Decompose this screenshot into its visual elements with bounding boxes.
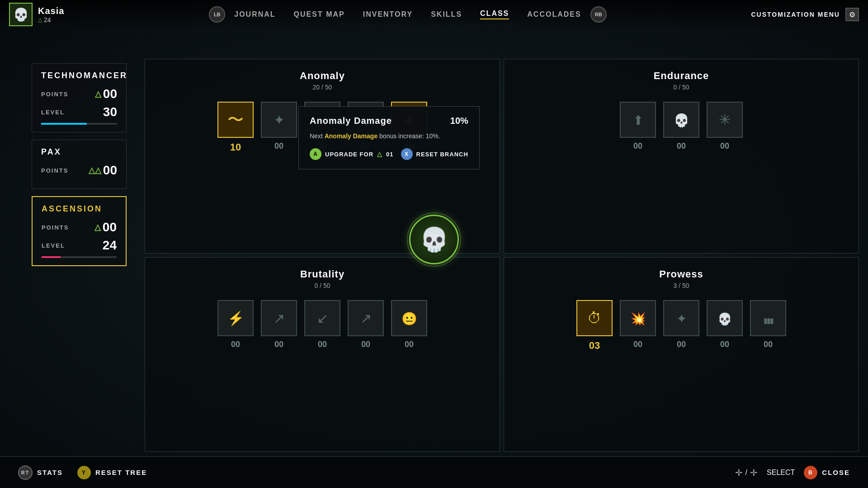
reset-action[interactable]: X RESET BRANCH: [401, 148, 468, 160]
endurance-skills-row: 00 00 00: [515, 102, 848, 151]
ascension-xp-fill: [42, 256, 61, 258]
nav-quest-map[interactable]: QUEST MAP: [294, 10, 345, 19]
anomaly-skill-icon-2[interactable]: [261, 102, 297, 138]
endurance-skill-icon-3[interactable]: [707, 102, 743, 138]
rb-button[interactable]: RB: [590, 6, 607, 23]
b-button[interactable]: B: [804, 466, 817, 479]
ascension-points-label: POINTS: [42, 224, 69, 231]
reset-tree-button[interactable]: Y RESET TREE: [77, 466, 147, 479]
reset-tree-label: RESET TREE: [95, 469, 147, 476]
endurance-skill-icon-2[interactable]: [663, 102, 699, 138]
ascension-points-icon: △: [94, 222, 101, 232]
nav-inventory[interactable]: INVENTORY: [363, 10, 413, 19]
brutality-title: Brutality: [156, 268, 489, 280]
prowess-skill-icon-2[interactable]: [620, 300, 656, 336]
prowess-skill-icon-5[interactable]: [750, 300, 786, 336]
left-panel: TECHNOMANCER POINTS △ 00 LEVEL 30 PAX PO…: [32, 63, 127, 266]
brutality-skill-value-1: 00: [231, 340, 240, 349]
select-label: SELECT: [767, 469, 795, 477]
ascension-box: ASCENSION POINTS △ 00 LEVEL 24: [32, 196, 127, 266]
level-icon: △: [38, 17, 42, 23]
tooltip-keyword: Anomaly Damage: [325, 132, 377, 140]
nav-class[interactable]: CLASS: [480, 9, 509, 19]
prowess-skill-icon-4[interactable]: [707, 300, 743, 336]
emblem-circle: 💀: [409, 215, 459, 264]
bottom-bar: RT STATS Y RESET TREE ✛ / ✛ SELECT B CLO…: [0, 456, 868, 488]
menu-icon[interactable]: ⚙: [845, 8, 859, 21]
brutality-skill-icon-1[interactable]: [217, 300, 254, 336]
nav-skills[interactable]: SKILLS: [431, 10, 462, 19]
spiral-icon: [227, 109, 244, 131]
endurance-skill-1: 00: [620, 102, 656, 151]
brutality-skill-value-5: 00: [405, 340, 414, 349]
reset-branch-label: RESET BRANCH: [416, 151, 468, 158]
nav-items: JOURNAL QUEST MAP INVENTORY SKILLS CLASS…: [225, 9, 590, 19]
prowess-skill-2: 00: [620, 300, 656, 352]
endurance-score: 0 / 50: [515, 84, 848, 91]
endurance-skill-2: 00: [663, 102, 699, 151]
prowess-skill-icon-1[interactable]: [576, 300, 613, 336]
close-button[interactable]: B CLOSE: [804, 466, 850, 479]
lb-button[interactable]: LB: [209, 6, 225, 23]
needle-icon: [360, 310, 372, 327]
ascension-level-value: 24: [103, 238, 117, 253]
endurance-skill-icon-1[interactable]: [620, 102, 656, 138]
ascension-points-value: △ 00: [94, 220, 117, 235]
sun-icon: [274, 112, 285, 128]
pax-box: PAX POINTS △△ 00: [32, 140, 127, 189]
stats-button[interactable]: RT STATS: [18, 465, 63, 480]
rt-button[interactable]: RT: [18, 465, 33, 480]
anomaly-score: 20 / 50: [156, 84, 489, 91]
ascension-level-label: LEVEL: [42, 242, 65, 249]
customization-menu-label[interactable]: CUSTOMIZATION MENU: [751, 11, 840, 18]
brutality-skill-icon-4[interactable]: [348, 300, 384, 336]
upgrade-action[interactable]: A UPGRADE FOR △ 01: [310, 148, 394, 160]
prowess-score: 3 / 50: [515, 282, 848, 289]
upgrade-icon: △: [377, 150, 382, 158]
top-navigation: 💀 Kasia △ 24 LB JOURNAL QUEST MAP INVENT…: [0, 0, 868, 29]
upgrade-label: UPGRADE FOR: [325, 151, 373, 158]
upgrade-cost: 01: [386, 151, 393, 158]
brutality-skill-2: 00: [261, 300, 297, 349]
player-level: △ 24: [38, 16, 64, 23]
tooltip-actions: A UPGRADE FOR △ 01 X RESET BRANCH: [310, 148, 468, 160]
dpad-icon-2: ✛: [750, 467, 758, 478]
player-name: Kasia: [38, 6, 64, 16]
tooltip-description: Next Anomaly Damage bonus increase: 10%.: [310, 131, 468, 141]
anomaly-title: Anomaly: [156, 70, 489, 82]
brutality-section: Brutality 0 / 50 00 00 00: [145, 257, 500, 452]
prowess-skill-3: 00: [663, 300, 699, 352]
prowess-title: Prowess: [515, 268, 848, 280]
player-skull-icon: 💀: [13, 7, 29, 22]
brutality-skill-icon-2[interactable]: [261, 300, 297, 336]
pax-points-label: POINTS: [41, 167, 68, 174]
anomaly-skill-value-2: 00: [274, 141, 283, 151]
brutality-score: 0 / 50: [156, 282, 489, 289]
brutality-skill-4: 00: [348, 300, 384, 349]
burst-icon: [719, 111, 731, 128]
a-button[interactable]: A: [310, 148, 321, 160]
anomaly-skill-1: 10: [217, 102, 254, 153]
player-info-area: 💀 Kasia △ 24: [9, 3, 64, 26]
stats-label: STATS: [37, 469, 63, 476]
prowess-skill-value-4: 00: [720, 340, 729, 349]
nav-journal[interactable]: JOURNAL: [234, 10, 275, 19]
y-button[interactable]: Y: [77, 466, 91, 479]
skull2-icon: [674, 112, 689, 128]
endurance-skill-value-2: 00: [677, 141, 686, 151]
select-icons: ✛ / ✛: [735, 467, 758, 478]
prowess-skill-icon-3[interactable]: [663, 300, 699, 336]
tooltip-header: Anomaly Damage 10%: [310, 116, 468, 126]
anomaly-skill-value-1: 10: [230, 141, 241, 153]
anomaly-skill-icon-1[interactable]: [217, 102, 254, 138]
prowess-skill-value-2: 00: [633, 340, 642, 349]
x-button[interactable]: X: [401, 148, 413, 160]
technomancer-xp-fill: [41, 123, 87, 125]
brutality-skill-icon-5[interactable]: [391, 300, 427, 336]
endurance-section: Endurance 0 / 50 00 00 00: [504, 59, 859, 253]
dpad-icon: ✛: [735, 467, 743, 478]
nav-accolades[interactable]: ACCOLADES: [527, 10, 581, 19]
starburst2-icon: [676, 310, 687, 327]
brutality-skill-icon-3[interactable]: [304, 300, 340, 336]
prowess-skill-1: 03: [576, 300, 613, 352]
